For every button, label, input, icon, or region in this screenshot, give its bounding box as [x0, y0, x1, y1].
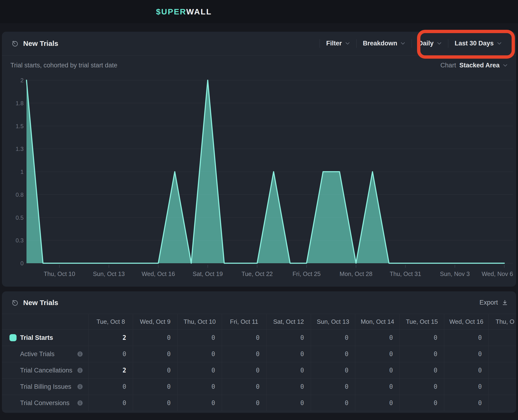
new-trials-table-card: New Trials Export Tue, Oct 8Wed, Oct 9Th… — [2, 291, 516, 413]
value-cell: 0 — [444, 330, 489, 346]
value-cell: 0 — [222, 330, 266, 346]
table-row: Active Trials 000000000 — [2, 346, 516, 362]
value-cell: 0 — [355, 362, 400, 378]
table-card-title: New Trials — [23, 299, 58, 307]
info-icon[interactable] — [77, 384, 83, 390]
chart-type-label: Chart — [440, 62, 456, 69]
chart-card-title: New Trials — [23, 39, 58, 47]
x-axis-label: Wed, Oct 16 — [142, 270, 175, 277]
chevron-down-icon — [437, 42, 442, 45]
new-trials-chart-card: New Trials Filter Breakdown Daily Last 3… — [2, 32, 516, 287]
value-cell: 0 — [266, 346, 311, 362]
x-axis-label: Mon, Oct 28 — [340, 270, 372, 277]
column-header: Tue, Oct 15 — [400, 314, 444, 330]
x-axis-label: Thu, Oct 31 — [390, 270, 421, 277]
row-label-cell: Trial Billing Issues — [2, 379, 89, 395]
value-cell: 0 — [355, 379, 400, 395]
y-axis-label: 1.5 — [16, 123, 24, 129]
column-header-partial: Thu, O — [489, 314, 516, 330]
breakdown-label: Breakdown — [363, 40, 397, 47]
table-row: Trial Cancellations 200000000 — [2, 362, 516, 379]
row-label: Active Trials — [20, 351, 55, 358]
filter-label: Filter — [326, 40, 342, 47]
info-icon[interactable] — [77, 368, 83, 373]
row-label: Trial Cancellations — [20, 367, 72, 374]
value-cell: 0 — [444, 362, 489, 378]
column-header: Wed, Oct 16 — [444, 314, 489, 330]
filter-button[interactable]: Filter — [320, 37, 356, 51]
row-label: Trial Starts — [20, 334, 53, 341]
value-cell-partial — [489, 346, 516, 362]
row-label-cell: Trial Cancellations — [2, 362, 89, 378]
chart-type-value: Stacked Area — [459, 62, 500, 69]
table-corner-cell — [2, 314, 89, 330]
y-axis-label: 0.5 — [16, 215, 24, 221]
row-label-cell: Trial Conversions — [2, 395, 89, 411]
granularity-label: Daily — [418, 40, 434, 47]
chevron-down-icon — [345, 42, 350, 45]
stopwatch-icon — [11, 299, 18, 306]
breakdown-button[interactable]: Breakdown — [356, 37, 412, 51]
row-label: Trial Conversions — [20, 399, 69, 407]
column-header: Sun, Oct 13 — [311, 314, 355, 330]
trials-stacked-area-chart: 00.30.50.811.31.51.82Thu, Oct 10Sun, Oct… — [2, 75, 516, 286]
value-cell: 0 — [133, 330, 178, 346]
x-axis-label: Fri, Oct 25 — [292, 270, 321, 277]
logo-part-teal: $UPER — [156, 7, 186, 16]
chart-subheader: Trial starts, cohorted by trial start da… — [2, 56, 516, 75]
y-axis-label: 1 — [20, 169, 24, 175]
table-row: Trial Billing Issues 000000000 — [2, 379, 516, 395]
value-cell: 0 — [222, 346, 266, 362]
row-label-cell: Trial Starts — [2, 330, 89, 346]
date-range-button[interactable]: Last 30 Days — [448, 37, 508, 51]
y-axis-label: 0.8 — [16, 192, 24, 198]
table-row: Trial Starts 200000000 — [2, 330, 516, 346]
column-header: Wed, Oct 9 — [133, 314, 178, 330]
value-cell: 0 — [444, 346, 489, 362]
chevron-down-icon — [497, 42, 502, 45]
value-cell: 0 — [178, 379, 222, 395]
value-cell: 2 — [89, 330, 133, 346]
value-cell: 0 — [311, 362, 355, 378]
value-cell: 0 — [400, 362, 444, 378]
y-axis-label: 2 — [20, 77, 24, 83]
column-header: Thu, Oct 10 — [178, 314, 222, 330]
value-cell: 0 — [133, 379, 178, 395]
y-axis-label: 1.3 — [16, 146, 24, 152]
y-axis-label: 0 — [20, 260, 24, 267]
row-label-cell: Active Trials — [2, 346, 89, 362]
y-axis-label: 1.8 — [16, 100, 24, 106]
value-cell: 0 — [266, 395, 311, 411]
x-axis-label: Sat, Oct 19 — [193, 270, 223, 277]
value-cell: 0 — [311, 379, 355, 395]
value-cell: 0 — [89, 346, 133, 362]
info-icon[interactable] — [77, 352, 83, 357]
value-cell: 0 — [178, 346, 222, 362]
value-cell: 0 — [444, 395, 489, 411]
value-cell: 0 — [400, 330, 444, 346]
download-icon — [502, 299, 508, 306]
chart-type-select[interactable]: Chart Stacked Area — [440, 62, 508, 69]
value-cell: 0 — [222, 362, 266, 378]
value-cell: 0 — [178, 362, 222, 378]
export-button[interactable]: Export — [480, 299, 508, 306]
series-color-swatch — [9, 334, 16, 341]
info-icon[interactable] — [77, 400, 83, 406]
table-card-header: New Trials Export — [2, 291, 516, 314]
value-cell: 0 — [400, 379, 444, 395]
granularity-button[interactable]: Daily — [412, 37, 448, 51]
value-cell: 0 — [400, 395, 444, 411]
value-cell: 0 — [311, 395, 355, 411]
x-axis-label: Sun, Nov 3 — [440, 270, 470, 277]
column-header: Sat, Oct 12 — [266, 314, 311, 330]
value-cell: 0 — [133, 346, 178, 362]
value-cell: 0 — [89, 395, 133, 411]
table-header-row: Tue, Oct 8Wed, Oct 9Thu, Oct 10Fri, Oct … — [2, 314, 516, 330]
value-cell: 0 — [222, 379, 266, 395]
stopwatch-icon — [11, 40, 18, 47]
table-row: Trial Conversions 000000000 — [2, 395, 516, 411]
value-cell: 0 — [266, 362, 311, 378]
value-cell: 0 — [89, 379, 133, 395]
trials-table: Tue, Oct 8Wed, Oct 9Thu, Oct 10Fri, Oct … — [2, 314, 516, 411]
superwall-logo[interactable]: $UPERWALL — [156, 7, 212, 16]
